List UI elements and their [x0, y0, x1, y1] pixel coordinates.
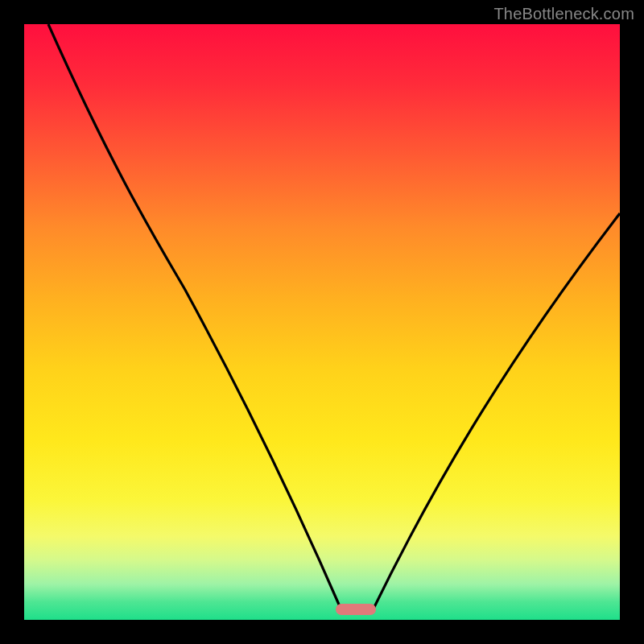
curve-right: [372, 213, 620, 612]
watermark-text: TheBottleneck.com: [493, 5, 634, 23]
curve-layer: [24, 24, 620, 620]
bottleneck-marker: [336, 604, 376, 615]
chart-stage: TheBottleneck.com: [0, 0, 644, 644]
curve-left: [48, 24, 342, 612]
plot-area: [24, 24, 620, 620]
